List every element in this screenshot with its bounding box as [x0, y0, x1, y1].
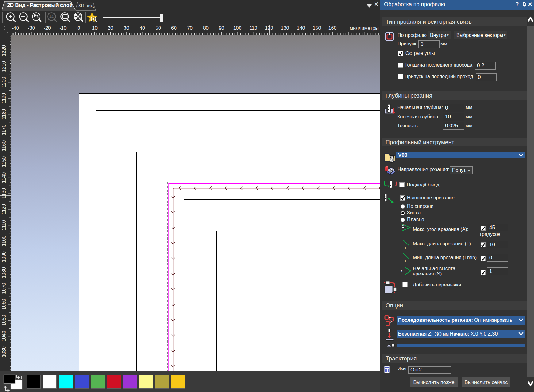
svg-text:L: L [405, 260, 407, 263]
svg-text:L: L [405, 247, 407, 249]
svg-text:s: s [401, 269, 402, 273]
svg-text:1:1: 1:1 [49, 15, 54, 18]
svg-text:A: A [402, 224, 404, 227]
